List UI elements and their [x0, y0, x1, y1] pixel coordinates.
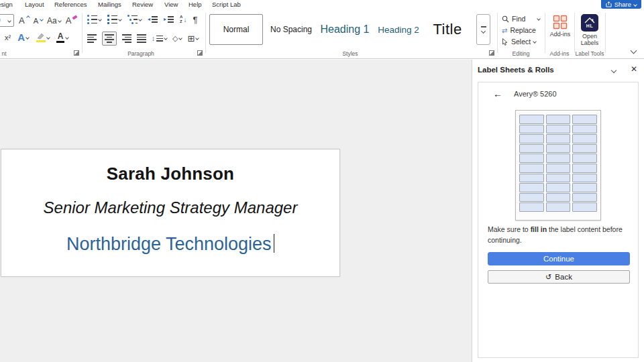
shrink-font-button[interactable]: A — [34, 17, 42, 25]
styles-dialog-launcher[interactable] — [489, 50, 494, 56]
collapse-ribbon-chevron-icon[interactable] — [631, 48, 637, 54]
label-cell — [572, 144, 597, 154]
multilevel-list-button[interactable] — [127, 15, 142, 24]
pane-close-icon[interactable]: ✕ — [631, 65, 637, 73]
font-size-combobox[interactable]: 0 — [0, 14, 14, 27]
replace-button[interactable]: ⇄ Replace — [502, 26, 536, 34]
label-cell — [519, 202, 544, 212]
change-case-chevron-icon — [58, 19, 62, 23]
find-chevron-icon — [537, 17, 541, 21]
label-cell — [572, 202, 597, 212]
indent-right-arrow-icon: ▸ — [164, 17, 166, 22]
clear-formatting-button[interactable]: A — [66, 15, 76, 25]
share-icon — [606, 1, 612, 7]
text-effects-chevron-icon — [25, 36, 30, 40]
add-ins-group-label: Add-ins — [545, 50, 574, 57]
styles-gallery-more-button[interactable] — [476, 14, 490, 45]
menu-review[interactable]: Review — [132, 0, 153, 9]
show-formatting-button[interactable]: ¶ — [193, 15, 197, 24]
menu-design[interactable]: esign — [0, 0, 13, 9]
back-arrow-icon[interactable]: ← — [493, 89, 502, 99]
shrink-font-letter: A — [34, 17, 38, 25]
group-divider — [605, 13, 606, 53]
document-line-name: Sarah Johnson — [1, 164, 339, 184]
paragraph-group-label: Paragraph — [87, 50, 195, 57]
superscript-button[interactable]: x² — [5, 34, 11, 42]
borders-button[interactable]: ⊞ — [187, 34, 199, 43]
bullets-button[interactable] — [87, 15, 101, 24]
continue-label: Continue — [543, 255, 574, 263]
style-normal[interactable]: Normal — [209, 14, 263, 45]
label-cell — [519, 115, 544, 124]
bullets-chevron-icon — [98, 17, 102, 21]
style-label: No Spacing — [270, 25, 312, 34]
label-cell — [546, 134, 571, 143]
text-cursor — [274, 234, 275, 253]
menu-help[interactable]: Help — [189, 0, 202, 9]
back-button[interactable]: ↺Back — [488, 270, 630, 284]
grow-font-button[interactable]: A — [19, 15, 29, 25]
menu-view[interactable]: View — [164, 0, 178, 9]
share-button[interactable]: Share — [601, 0, 641, 9]
align-right-button[interactable] — [122, 34, 131, 43]
align-left-icon — [87, 34, 97, 43]
find-button[interactable]: Find — [502, 15, 540, 23]
style-no-spacing[interactable]: No Spacing — [267, 14, 315, 45]
shrink-font-arrow-icon — [40, 17, 44, 21]
label-cell — [546, 164, 571, 173]
align-center-button[interactable] — [102, 32, 117, 46]
increase-indent-button[interactable]: ▸ — [164, 16, 174, 22]
superscript-label: x² — [5, 34, 11, 42]
label-cell — [519, 174, 544, 183]
decrease-indent-button[interactable]: ◂ — [148, 16, 158, 22]
label-sheet-preview — [515, 110, 601, 221]
menu-bar: esign Layout References Mailings Review … — [0, 0, 644, 9]
font-color-button[interactable]: A — [56, 32, 68, 43]
open-labels-button[interactable]: HL OpenLabels — [578, 14, 602, 47]
style-heading-2[interactable]: Heading 2 — [374, 14, 423, 45]
style-heading-1[interactable]: Heading 1 — [317, 14, 373, 45]
shading-button[interactable]: ◇ — [172, 35, 182, 42]
font-dialog-launcher[interactable] — [74, 50, 79, 56]
text-effects-button[interactable]: A — [17, 32, 29, 43]
label-sheet-grid — [519, 115, 597, 212]
select-button[interactable]: Select — [502, 38, 536, 46]
document-line-title: Senior Marketing Strategy Manager — [1, 198, 339, 217]
gallery-more-chevron-icon — [481, 29, 486, 34]
menu-layout[interactable]: Layout — [25, 0, 44, 9]
label-cell — [519, 134, 544, 143]
sort-button[interactable]: AZ ↓ — [180, 15, 186, 23]
label-cell — [572, 174, 597, 183]
line-spacing-button[interactable]: ↕ — [152, 35, 167, 42]
label-cell — [572, 125, 597, 134]
highlight-color-button[interactable] — [36, 33, 50, 42]
shading-chevron-icon — [179, 36, 183, 40]
label-cell — [546, 144, 571, 154]
text-effects-letter: A — [17, 32, 25, 43]
styles-group-label: Styles — [209, 50, 491, 57]
document-page[interactable]: Sarah Johnson Senior Marketing Strategy … — [1, 149, 340, 277]
change-case-button[interactable]: Aa — [47, 16, 61, 25]
pane-collapse-chevron-icon[interactable] — [611, 68, 616, 73]
replace-label: Replace — [510, 26, 536, 34]
open-labels-app-icon: HL — [581, 14, 598, 32]
add-ins-button[interactable]: Add-ins — [547, 15, 574, 38]
open-labels-label: OpenLabels — [581, 33, 599, 47]
style-label: Heading 1 — [321, 23, 370, 36]
justify-button[interactable] — [137, 34, 146, 43]
continue-button[interactable]: Continue — [488, 252, 630, 265]
group-divider — [205, 13, 206, 53]
indent-lines-icon — [152, 16, 158, 22]
font-size-value: 0 — [0, 17, 1, 24]
menu-script-lab[interactable]: Script Lab — [212, 0, 241, 9]
paragraph-dialog-launcher[interactable] — [197, 50, 203, 56]
font-color-chevron-icon — [65, 36, 69, 40]
menu-mailings[interactable]: Mailings — [98, 0, 121, 9]
align-right-icon — [122, 34, 131, 43]
replace-icon: ⇄ — [502, 27, 507, 34]
menu-references[interactable]: References — [54, 0, 87, 9]
style-title[interactable]: Title — [425, 14, 470, 45]
align-left-button[interactable] — [87, 34, 97, 43]
bullet-list-icon — [87, 15, 97, 24]
numbering-button[interactable] — [107, 15, 121, 24]
